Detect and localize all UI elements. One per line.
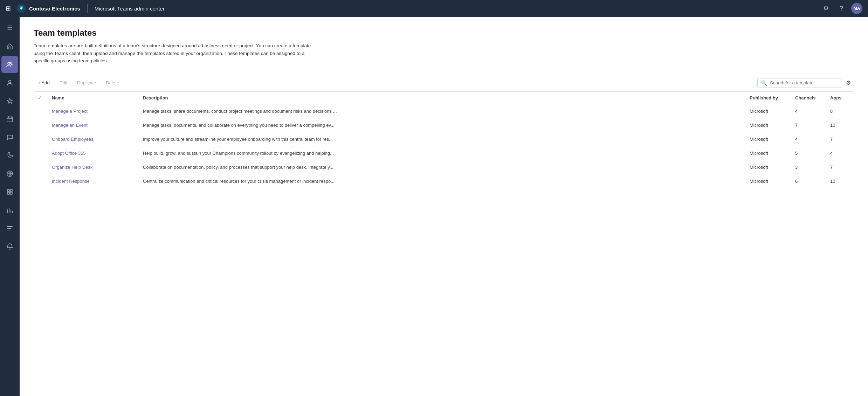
table-container: ✓ Name Description Published by Channels…	[34, 92, 854, 188]
row-name-2[interactable]: Onboard Employees	[48, 132, 139, 146]
row-apps-0: 8	[826, 104, 854, 118]
template-link-3[interactable]: Adopt Office 365	[52, 151, 86, 156]
row-check-5[interactable]	[34, 174, 48, 188]
table-row: Adopt Office 365 Help build, grow, and s…	[34, 146, 854, 160]
table-row: Manage an Event Manage tasks, documents,…	[34, 118, 854, 132]
add-button[interactable]: + Add	[34, 78, 54, 88]
sidebar-item-menu[interactable]: ☰	[1, 20, 18, 36]
sidebar-item-meetings[interactable]	[1, 111, 18, 127]
sidebar-item-info[interactable]	[1, 183, 18, 200]
row-name-3[interactable]: Adopt Office 365	[48, 146, 139, 160]
row-name-5[interactable]: Incident Response	[48, 174, 139, 188]
svg-rect-10	[10, 192, 12, 194]
row-apps-5: 10	[826, 174, 854, 188]
row-check-1[interactable]	[34, 118, 48, 132]
row-desc-4: Collaborate on documentation, policy, an…	[139, 160, 745, 174]
template-link-5[interactable]: Incident Response	[52, 179, 90, 184]
svg-point-3	[11, 62, 12, 64]
col-header-name[interactable]: Name	[48, 92, 139, 104]
brand-name: Contoso Electronics	[29, 6, 80, 12]
table-header-row: ✓ Name Description Published by Channels…	[34, 92, 854, 104]
page-description: Team templates are pre-built definitions…	[34, 42, 321, 65]
row-apps-2: 7	[826, 132, 854, 146]
search-input[interactable]	[770, 80, 838, 85]
row-desc-5: Centralize communication and critical re…	[139, 174, 745, 188]
row-channels-2: 4	[791, 132, 826, 146]
delete-button[interactable]: Delete	[102, 78, 123, 88]
topbar-title: Microsoft Teams admin center	[95, 6, 165, 12]
sidebar-item-locations[interactable]	[1, 165, 18, 182]
template-link-0[interactable]: Manage a Project	[52, 109, 88, 114]
template-link-2[interactable]: Onboard Employees	[52, 137, 94, 142]
edit-button[interactable]: Edit	[55, 78, 71, 88]
svg-rect-9	[7, 192, 9, 194]
duplicate-button[interactable]: Duplicate	[73, 78, 100, 88]
table-row: Organize Help Desk Collaborate on docume…	[34, 160, 854, 174]
sidebar-item-messaging[interactable]	[1, 129, 18, 146]
row-apps-1: 10	[826, 118, 854, 132]
logo-icon	[16, 4, 26, 13]
col-header-apps[interactable]: Apps	[826, 92, 854, 104]
row-channels-3: 5	[791, 146, 826, 160]
row-pub-2: Microsoft	[745, 132, 791, 146]
topbar-logo: Contoso Electronics	[16, 4, 80, 13]
svg-rect-8	[10, 189, 12, 192]
table-row: Manage a Project Manage tasks, share doc…	[34, 104, 854, 118]
row-pub-4: Microsoft	[745, 160, 791, 174]
row-desc-1: Manage tasks, documents, and collaborate…	[139, 118, 745, 132]
svg-rect-5	[7, 117, 13, 122]
row-apps-4: 7	[826, 160, 854, 174]
main-layout: ☰	[0, 17, 868, 396]
col-header-published-by[interactable]: Published by	[745, 92, 791, 104]
search-box: 🔍	[757, 78, 841, 88]
row-check-0[interactable]	[34, 104, 48, 118]
row-check-4[interactable]	[34, 160, 48, 174]
row-desc-0: Manage tasks, share documents, conduct p…	[139, 104, 745, 118]
row-desc-2: Improve your culture and streamline your…	[139, 132, 745, 146]
row-pub-3: Microsoft	[745, 146, 791, 160]
sidebar-item-teams[interactable]	[1, 56, 18, 73]
row-name-0[interactable]: Manage a Project	[48, 104, 139, 118]
grid-icon[interactable]: ⊞	[6, 5, 11, 12]
topbar-divider	[87, 4, 88, 13]
row-pub-5: Microsoft	[745, 174, 791, 188]
sidebar-item-voice[interactable]	[1, 147, 18, 164]
row-apps-3: 4	[826, 146, 854, 160]
toolbar: + Add Edit Duplicate Delete 🔍 ⚙	[34, 75, 854, 92]
sidebar-item-alerts[interactable]	[1, 238, 18, 255]
svg-point-2	[8, 62, 10, 64]
sidebar-item-users[interactable]	[1, 74, 18, 91]
col-header-channels[interactable]: Channels	[791, 92, 826, 104]
sidebar: ☰	[0, 17, 20, 396]
template-link-4[interactable]: Organize Help Desk	[52, 165, 92, 170]
row-pub-0: Microsoft	[745, 104, 791, 118]
row-name-1[interactable]: Manage an Event	[48, 118, 139, 132]
table-row: Incident Response Centralize communicati…	[34, 174, 854, 188]
row-name-4[interactable]: Organize Help Desk	[48, 160, 139, 174]
sidebar-item-planning[interactable]	[1, 220, 18, 237]
sidebar-item-home[interactable]	[1, 38, 18, 55]
col-header-description[interactable]: Description	[139, 92, 745, 104]
row-check-3[interactable]	[34, 146, 48, 160]
row-channels-5: 6	[791, 174, 826, 188]
row-pub-1: Microsoft	[745, 118, 791, 132]
page-title: Team templates	[34, 28, 854, 38]
sidebar-item-reports[interactable]	[1, 202, 18, 218]
settings-icon[interactable]: ⚙	[820, 3, 832, 14]
table-row: Onboard Employees Improve your culture a…	[34, 132, 854, 146]
search-icon: 🔍	[761, 80, 767, 86]
svg-point-1	[20, 7, 22, 9]
template-link-1[interactable]: Manage an Event	[52, 123, 88, 128]
avatar[interactable]: MA	[851, 3, 862, 14]
svg-point-4	[9, 81, 11, 83]
topbar: ⊞ Contoso Electronics Microsoft Teams ad…	[0, 0, 868, 17]
check-icon: ✓	[38, 95, 42, 100]
row-check-2[interactable]	[34, 132, 48, 146]
help-icon[interactable]: ?	[836, 3, 847, 14]
content-area: Team templates Team templates are pre-bu…	[20, 17, 868, 396]
row-channels-4: 3	[791, 160, 826, 174]
sidebar-item-apps[interactable]	[1, 92, 18, 109]
col-header-check: ✓	[34, 92, 48, 104]
row-desc-3: Help build, grow, and sustain your Champ…	[139, 146, 745, 160]
table-settings-button[interactable]: ⚙	[843, 77, 854, 89]
